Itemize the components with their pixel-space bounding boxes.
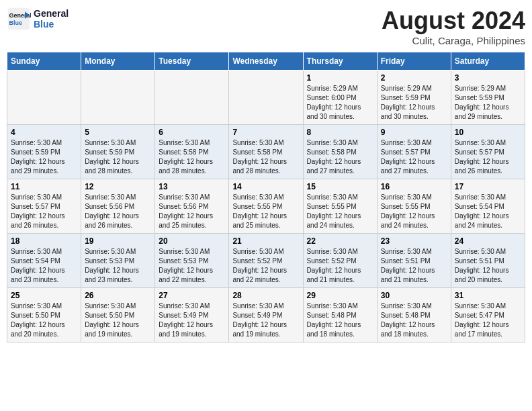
- day-info: Sunrise: 5:30 AM Sunset: 5:57 PM Dayligh…: [455, 138, 521, 176]
- day-number: 3: [455, 73, 521, 83]
- day-info: Sunrise: 5:30 AM Sunset: 5:58 PM Dayligh…: [232, 138, 299, 176]
- calendar-cell: 3Sunrise: 5:29 AM Sunset: 5:59 PM Daylig…: [451, 71, 525, 125]
- day-number: 2: [381, 73, 447, 83]
- day-info: Sunrise: 5:30 AM Sunset: 5:53 PM Dayligh…: [159, 247, 225, 285]
- calendar-cell: 21Sunrise: 5:30 AM Sunset: 5:52 PM Dayli…: [229, 234, 303, 288]
- day-info: Sunrise: 5:30 AM Sunset: 5:50 PM Dayligh…: [11, 302, 77, 339]
- header-tuesday: Tuesday: [155, 52, 229, 71]
- header-saturday: Saturday: [451, 52, 525, 71]
- calendar-week-4: 18Sunrise: 5:30 AM Sunset: 5:54 PM Dayli…: [7, 234, 525, 288]
- day-info: Sunrise: 5:30 AM Sunset: 5:58 PM Dayligh…: [307, 138, 373, 176]
- calendar-cell: 14Sunrise: 5:30 AM Sunset: 5:55 PM Dayli…: [229, 179, 303, 234]
- day-info: Sunrise: 5:30 AM Sunset: 5:58 PM Dayligh…: [159, 138, 225, 176]
- day-number: 10: [455, 128, 521, 137]
- day-number: 17: [455, 182, 521, 191]
- day-number: 21: [232, 236, 299, 246]
- calendar-week-2: 4Sunrise: 5:30 AM Sunset: 5:59 PM Daylig…: [7, 125, 525, 179]
- day-info: Sunrise: 5:30 AM Sunset: 5:52 PM Dayligh…: [307, 247, 373, 285]
- calendar-cell: 31Sunrise: 5:30 AM Sunset: 5:47 PM Dayli…: [451, 288, 525, 342]
- header-wednesday: Wednesday: [229, 52, 303, 71]
- calendar-cell: 7Sunrise: 5:30 AM Sunset: 5:58 PM Daylig…: [229, 125, 303, 179]
- day-number: 27: [159, 291, 225, 300]
- calendar-header-row: SundayMondayTuesdayWednesdayThursdayFrid…: [7, 52, 525, 71]
- day-info: Sunrise: 5:30 AM Sunset: 5:59 PM Dayligh…: [11, 138, 77, 176]
- location-subtitle: Culit, Caraga, Philippines: [382, 35, 525, 46]
- day-number: 19: [85, 236, 151, 246]
- calendar-cell: 9Sunrise: 5:30 AM Sunset: 5:57 PM Daylig…: [377, 125, 451, 179]
- calendar-cell: 1Sunrise: 5:29 AM Sunset: 6:00 PM Daylig…: [303, 71, 377, 125]
- calendar-cell: [7, 71, 81, 125]
- logo: General Blue General Blue: [7, 7, 69, 31]
- day-info: Sunrise: 5:30 AM Sunset: 5:57 PM Dayligh…: [381, 138, 447, 176]
- calendar-cell: [155, 71, 229, 125]
- day-info: Sunrise: 5:29 AM Sunset: 5:59 PM Dayligh…: [381, 84, 447, 122]
- calendar-week-3: 11Sunrise: 5:30 AM Sunset: 5:57 PM Dayli…: [7, 179, 525, 234]
- calendar-cell: 19Sunrise: 5:30 AM Sunset: 5:53 PM Dayli…: [81, 234, 155, 288]
- day-number: 18: [11, 236, 77, 246]
- day-info: Sunrise: 5:30 AM Sunset: 5:51 PM Dayligh…: [381, 247, 447, 285]
- calendar-week-1: 1Sunrise: 5:29 AM Sunset: 6:00 PM Daylig…: [7, 71, 525, 125]
- calendar-cell: 25Sunrise: 5:30 AM Sunset: 5:50 PM Dayli…: [7, 288, 81, 342]
- calendar-cell: 20Sunrise: 5:30 AM Sunset: 5:53 PM Dayli…: [155, 234, 229, 288]
- day-number: 6: [159, 128, 225, 137]
- day-info: Sunrise: 5:30 AM Sunset: 5:55 PM Dayligh…: [307, 193, 373, 230]
- day-number: 25: [11, 291, 77, 300]
- day-number: 29: [307, 291, 373, 300]
- calendar-cell: 23Sunrise: 5:30 AM Sunset: 5:51 PM Dayli…: [377, 234, 451, 288]
- day-info: Sunrise: 5:30 AM Sunset: 5:52 PM Dayligh…: [232, 247, 299, 285]
- day-number: 11: [11, 182, 77, 191]
- day-number: 24: [455, 236, 521, 246]
- day-info: Sunrise: 5:30 AM Sunset: 5:49 PM Dayligh…: [159, 302, 225, 339]
- day-number: 23: [381, 236, 447, 246]
- logo-text-blue: Blue: [34, 19, 69, 30]
- calendar-cell: 11Sunrise: 5:30 AM Sunset: 5:57 PM Dayli…: [7, 179, 81, 234]
- calendar-cell: 28Sunrise: 5:30 AM Sunset: 5:49 PM Dayli…: [229, 288, 303, 342]
- day-number: 5: [85, 128, 151, 137]
- day-info: Sunrise: 5:30 AM Sunset: 5:48 PM Dayligh…: [381, 302, 447, 339]
- calendar-table: SundayMondayTuesdayWednesdayThursdayFrid…: [7, 52, 525, 342]
- calendar-cell: 17Sunrise: 5:30 AM Sunset: 5:54 PM Dayli…: [451, 179, 525, 234]
- calendar-cell: 5Sunrise: 5:30 AM Sunset: 5:59 PM Daylig…: [81, 125, 155, 179]
- calendar-cell: 4Sunrise: 5:30 AM Sunset: 5:59 PM Daylig…: [7, 125, 81, 179]
- day-info: Sunrise: 5:30 AM Sunset: 5:50 PM Dayligh…: [85, 302, 151, 339]
- header-monday: Monday: [81, 52, 155, 71]
- header-friday: Friday: [377, 52, 451, 71]
- calendar-cell: 13Sunrise: 5:30 AM Sunset: 5:56 PM Dayli…: [155, 179, 229, 234]
- day-info: Sunrise: 5:30 AM Sunset: 5:56 PM Dayligh…: [159, 193, 225, 230]
- day-number: 4: [11, 128, 77, 137]
- day-number: 26: [85, 291, 151, 300]
- day-info: Sunrise: 5:30 AM Sunset: 5:51 PM Dayligh…: [455, 247, 521, 285]
- calendar-cell: 10Sunrise: 5:30 AM Sunset: 5:57 PM Dayli…: [451, 125, 525, 179]
- calendar-cell: [81, 71, 155, 125]
- day-number: 7: [232, 128, 299, 137]
- day-info: Sunrise: 5:30 AM Sunset: 5:48 PM Dayligh…: [307, 302, 373, 339]
- calendar-cell: 16Sunrise: 5:30 AM Sunset: 5:55 PM Dayli…: [377, 179, 451, 234]
- calendar-cell: 22Sunrise: 5:30 AM Sunset: 5:52 PM Dayli…: [303, 234, 377, 288]
- day-number: 8: [307, 128, 373, 137]
- day-info: Sunrise: 5:30 AM Sunset: 5:55 PM Dayligh…: [381, 193, 447, 230]
- day-number: 30: [381, 291, 447, 300]
- calendar-cell: 24Sunrise: 5:30 AM Sunset: 5:51 PM Dayli…: [451, 234, 525, 288]
- calendar-cell: 2Sunrise: 5:29 AM Sunset: 5:59 PM Daylig…: [377, 71, 451, 125]
- month-title: August 2024: [382, 7, 525, 35]
- day-number: 16: [381, 182, 447, 191]
- day-number: 22: [307, 236, 373, 246]
- calendar-cell: 29Sunrise: 5:30 AM Sunset: 5:48 PM Dayli…: [303, 288, 377, 342]
- day-info: Sunrise: 5:30 AM Sunset: 5:59 PM Dayligh…: [85, 138, 151, 176]
- day-info: Sunrise: 5:30 AM Sunset: 5:55 PM Dayligh…: [232, 193, 299, 230]
- day-info: Sunrise: 5:30 AM Sunset: 5:54 PM Dayligh…: [455, 193, 521, 230]
- day-info: Sunrise: 5:30 AM Sunset: 5:57 PM Dayligh…: [11, 193, 77, 230]
- calendar-cell: 27Sunrise: 5:30 AM Sunset: 5:49 PM Dayli…: [155, 288, 229, 342]
- calendar-body: 1Sunrise: 5:29 AM Sunset: 6:00 PM Daylig…: [7, 71, 525, 342]
- day-info: Sunrise: 5:30 AM Sunset: 5:54 PM Dayligh…: [11, 247, 77, 285]
- calendar-cell: 8Sunrise: 5:30 AM Sunset: 5:58 PM Daylig…: [303, 125, 377, 179]
- day-number: 20: [159, 236, 225, 246]
- logo-text-general: General: [34, 8, 69, 19]
- header-sunday: Sunday: [7, 52, 81, 71]
- day-info: Sunrise: 5:30 AM Sunset: 5:56 PM Dayligh…: [85, 193, 151, 230]
- calendar-cell: 26Sunrise: 5:30 AM Sunset: 5:50 PM Dayli…: [81, 288, 155, 342]
- logo-icon: General Blue: [7, 7, 31, 31]
- svg-text:Blue: Blue: [9, 19, 23, 26]
- day-number: 31: [455, 291, 521, 300]
- day-info: Sunrise: 5:30 AM Sunset: 5:47 PM Dayligh…: [455, 302, 521, 339]
